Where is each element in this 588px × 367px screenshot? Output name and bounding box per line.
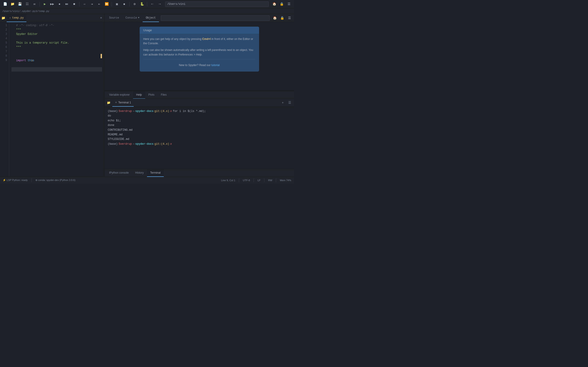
save-all-btn[interactable]: ☷ (24, 1, 30, 7)
tab-variable-explorer-label: Variable explorer (109, 93, 130, 96)
run-next-btn[interactable]: ⇥ (89, 1, 95, 7)
code-area[interactable]: # -*- coding: utf-8 -*- """ Spyder Edito… (9, 22, 104, 177)
status-lsp-text: LSP Python: ready (7, 179, 28, 181)
path-home-btn[interactable]: 🏠 (271, 1, 277, 7)
help-menu-btn[interactable]: ☰ (286, 15, 293, 21)
save-btn[interactable]: 💾 (17, 1, 23, 7)
sep3 (112, 2, 112, 6)
path-menu-btn[interactable]: ☰ (286, 1, 292, 7)
code-blank-4 (16, 36, 18, 41)
help-tab-console[interactable]: Console ▼ (122, 14, 142, 22)
step-btn[interactable]: ⇤ (96, 1, 103, 7)
editor-content: 1 2 3 4 5 6 7 8 9 # -*- coding: utf-8 -*… (0, 22, 104, 177)
sep-status-4 (264, 178, 264, 182)
help-tab-object-label: Object (146, 16, 156, 19)
tab-files[interactable]: Files (157, 91, 170, 99)
stop-btn[interactable]: ■ (71, 1, 78, 7)
status-encoding: UTF-8 (243, 179, 250, 182)
term-path-1: spyder-docs (135, 109, 153, 114)
usage-footer: New to Spyder? Read our tutorial (143, 62, 255, 68)
main-toolbar: 📄 📁 💾 ☷ ✉ ▶ ▶▶ ● ⏭ ■ ⇨ ⇥ ⇤ ⏩ ▣ ◾ ⚙ 🐍 ← →… (0, 0, 294, 8)
code-docstring-3: Spyder Editor (16, 32, 38, 36)
terminal-line-styleguide: STYLEGUIDE.md (108, 137, 291, 142)
term-branch-1: git:(4.x) (154, 109, 169, 114)
tab-help[interactable]: Help (133, 91, 145, 99)
run-btn[interactable]: ▶ (42, 1, 48, 7)
terminal-line-readme: README.md (108, 132, 291, 137)
settings-btn[interactable]: ⚙ (131, 1, 138, 7)
code-line-6: """ (11, 45, 102, 50)
status-mem: Mem 74% (280, 179, 291, 182)
usage-tutorial-link[interactable]: tutorial (211, 64, 220, 67)
breadcrumb: /Users/vini/.spyder-py3/temp.py (0, 8, 294, 14)
term-done: done (108, 123, 114, 127)
help-search-bar[interactable] (161, 15, 270, 21)
terminal-content[interactable]: (base) Sverdrup → spyder-docs git:(4.x) … (104, 107, 294, 169)
tab-close-x[interactable]: ✕ (9, 17, 11, 19)
back-btn[interactable]: ← (149, 1, 156, 7)
editor-tab-tempy[interactable]: ✕ temp.py (7, 14, 26, 22)
term-user-2: Sverdrup (119, 142, 132, 146)
sep4 (129, 2, 130, 6)
gutter-8: ⚠ (11, 54, 16, 67)
tab-ipython-label: IPython console (109, 171, 129, 174)
status-lsp: ⚡ LSP Python: ready (3, 179, 28, 182)
term-do: do (108, 114, 111, 118)
terminal-add-btn[interactable]: + (280, 100, 286, 106)
terminal-tab-1[interactable]: ✕ Terminal 1 (112, 99, 134, 107)
help-lock-btn[interactable]: 🔒 (279, 15, 285, 21)
mail-btn[interactable]: ✉ (31, 1, 38, 7)
terminal-right-btns: + ☰ (280, 100, 293, 106)
help-tab-bar: Source Console ▼ Object 🏠 🔒 ☰ (104, 14, 294, 22)
forward-btn[interactable]: → (156, 1, 163, 7)
terminal-line-do: do (108, 114, 291, 118)
editor-panel: 📁 ✕ temp.py ≡ 1 2 3 4 5 6 7 8 9 (0, 14, 104, 177)
console-dropdown-icon[interactable]: ▼ (138, 17, 139, 19)
usage-body: Here you can get help of any object by p… (140, 34, 259, 72)
terminal-tab-bar: 📁 ✕ Terminal 1 + ☰ (104, 99, 294, 107)
code-line-3: Spyder Editor (11, 32, 102, 36)
step-over-btn[interactable]: ⏭ (64, 1, 70, 7)
tab-terminal[interactable]: Terminal (147, 169, 164, 177)
tab-history-label: History (135, 171, 144, 174)
term-x-2: x (170, 142, 172, 146)
term-base-1: (base) (108, 109, 118, 114)
terminal-close-x[interactable]: ✕ (115, 101, 117, 104)
maximize-btn[interactable]: ▣ (114, 1, 120, 7)
expand-btn[interactable]: ◾ (121, 1, 128, 7)
editor-tab-menu[interactable]: ≡ (99, 15, 103, 21)
status-conda: ⊕ conda: spyder-dev (Python 3.9.6) (35, 179, 76, 182)
tab-history[interactable]: History (132, 169, 147, 177)
open-file-btn[interactable]: 📁 (9, 1, 16, 7)
terminal-menu-btn[interactable]: ☰ (287, 100, 293, 106)
continue-btn[interactable]: ⏩ (103, 1, 110, 7)
help-tab-object[interactable]: Object (143, 14, 159, 22)
debug-btn[interactable]: ● (56, 1, 63, 7)
usage-title: Usage (143, 28, 152, 32)
run-sel-btn[interactable]: ⇨ (81, 1, 88, 7)
path-bar[interactable]: /Users/vini (165, 1, 269, 7)
python-btn[interactable]: 🐍 (139, 1, 145, 7)
term-arrow-1: → (133, 109, 134, 114)
new-file-btn[interactable]: 📄 (2, 1, 8, 7)
tab-terminal-label: Terminal (150, 171, 161, 174)
breadcrumb-text: /Users/vini/.spyder-py3/temp.py (2, 10, 49, 13)
tab-variable-explorer[interactable]: Variable explorer (106, 91, 133, 99)
help-tab-source[interactable]: Source (106, 14, 122, 22)
terminal-line-echo: echo $i; (108, 118, 291, 123)
usage-footer-text: New to Spyder? Read our (179, 64, 211, 67)
code-line-8: ⚠ import this (11, 54, 102, 67)
help-home-btn[interactable]: 🏠 (271, 15, 278, 21)
usage-box: Usage Here you can get help of any objec… (140, 27, 259, 72)
usage-header: Usage (140, 27, 259, 34)
sep5 (147, 2, 147, 6)
tab-ipython-console[interactable]: IPython console (106, 169, 132, 177)
code-docstring-2: """ (16, 28, 21, 32)
help-search-input[interactable] (163, 17, 268, 19)
term-contrib: CONTRIBUTING.md (108, 128, 132, 132)
tab-plots[interactable]: Plots (145, 91, 158, 99)
code-docstring-6: """ (16, 45, 21, 50)
run-cell-btn[interactable]: ▶▶ (49, 1, 55, 7)
code-line-9 (11, 67, 102, 72)
path-lock-btn[interactable]: 🔒 (278, 1, 285, 7)
